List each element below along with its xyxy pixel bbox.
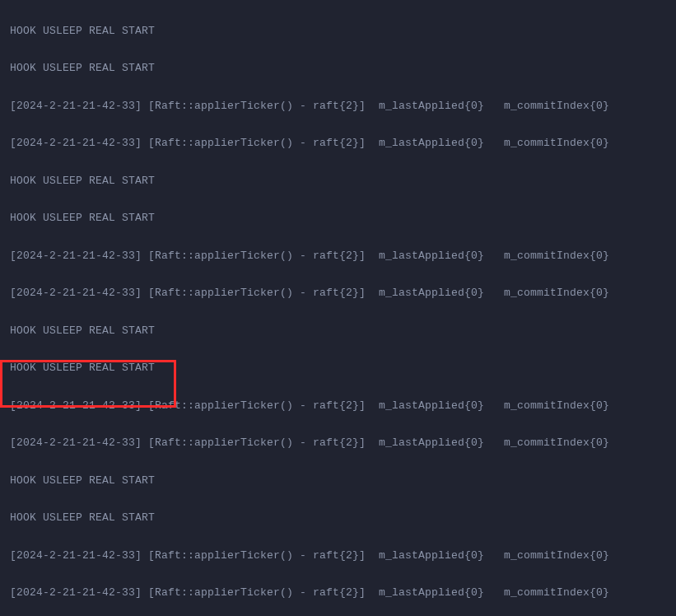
log-line: HOOK USLEEP REAL START [10, 509, 669, 528]
log-line: [2024-2-21-21-42-33] [Raft::applierTicke… [10, 547, 669, 566]
log-line: HOOK USLEEP REAL START [10, 359, 669, 378]
log-line: HOOK USLEEP REAL START [10, 59, 669, 78]
log-line: [2024-2-21-21-42-33] [Raft::applierTicke… [10, 397, 669, 416]
log-line: HOOK USLEEP REAL START [10, 322, 669, 341]
log-line: [2024-2-21-21-42-33] [Raft::applierTicke… [10, 584, 669, 603]
log-line: [2024-2-21-21-42-33] [Raft::applierTicke… [10, 134, 669, 153]
log-line: HOOK USLEEP REAL START [10, 209, 669, 228]
log-line: HOOK USLEEP REAL START [10, 22, 669, 41]
log-line: [2024-2-21-21-42-33] [Raft::applierTicke… [10, 284, 669, 303]
log-output: HOOK USLEEP REAL START HOOK USLEEP REAL … [0, 0, 676, 616]
log-line: HOOK USLEEP REAL START [10, 172, 669, 191]
log-line: [2024-2-21-21-42-33] [Raft::applierTicke… [10, 434, 669, 453]
log-line: [2024-2-21-21-42-33] [Raft::applierTicke… [10, 247, 669, 266]
log-line: [2024-2-21-21-42-33] [Raft::applierTicke… [10, 97, 669, 116]
log-line: HOOK USLEEP REAL START [10, 472, 669, 491]
